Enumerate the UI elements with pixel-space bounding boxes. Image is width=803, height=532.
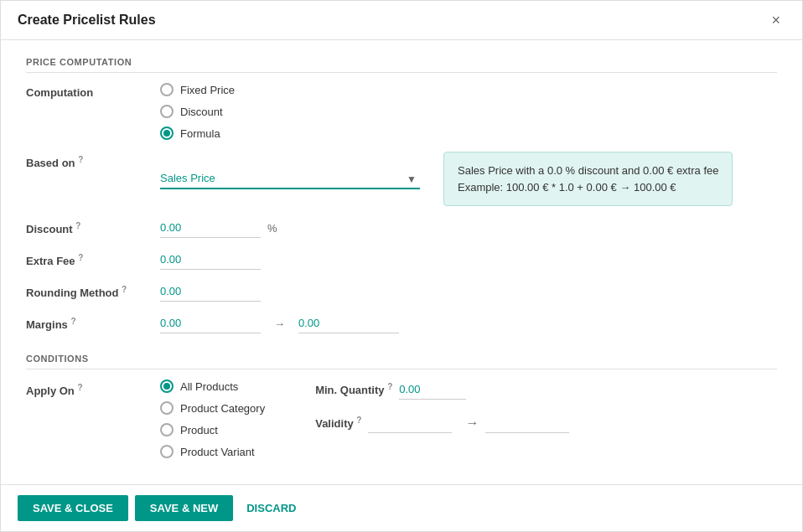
- rounding-method-group: Rounding Method ?: [26, 281, 777, 302]
- close-button[interactable]: ×: [766, 11, 785, 29]
- margins-arrow-icon: →: [274, 318, 285, 330]
- margins-label: Margins ?: [26, 313, 160, 331]
- create-pricelist-dialog: Create Pricelist Rules × PRICE COMPUTATI…: [0, 0, 803, 532]
- radio-product-category-input[interactable]: [160, 401, 174, 415]
- based-on-label: Based on ?: [26, 152, 160, 169]
- info-line-2: Example: 100.00 € * 1.0 + 0.00 € → 100.0…: [458, 179, 718, 196]
- save-new-button[interactable]: SAVE & NEW: [135, 495, 233, 521]
- save-close-button[interactable]: SAVE & CLOSE: [18, 495, 128, 521]
- discount-input[interactable]: [160, 218, 261, 238]
- radio-discount-label: Discount: [180, 106, 223, 118]
- min-qty-input[interactable]: [399, 380, 466, 400]
- discount-label: Discount ?: [26, 218, 160, 235]
- min-qty-validity-section: Min. Quantity ? Validity ? →: [315, 380, 569, 433]
- min-qty-row: Min. Quantity ?: [315, 380, 569, 400]
- discount-group: Discount ? %: [26, 218, 777, 238]
- margins-from-input[interactable]: [160, 313, 261, 333]
- radio-formula-label: Formula: [180, 127, 220, 140]
- discount-control: %: [160, 218, 777, 238]
- dialog-footer: SAVE & CLOSE SAVE & NEW DISCARD: [1, 484, 802, 531]
- dialog-header: Create Pricelist Rules ×: [1, 1, 802, 40]
- radio-fixed-price-input[interactable]: [160, 83, 174, 96]
- radio-all-products-label: All Products: [180, 380, 238, 393]
- info-line-1: Sales Price with a 0.0 % discount and 0.…: [458, 163, 718, 179]
- apply-on-control: All Products Product Category Product: [160, 380, 777, 458]
- based-on-control: Sales Price Other Pricelist Cost ▼ Sales…: [160, 152, 777, 206]
- validity-tooltip: ?: [356, 416, 361, 425]
- radio-discount-input[interactable]: [160, 105, 174, 118]
- margins-control: →: [160, 313, 777, 333]
- radio-product-variant-input[interactable]: [160, 445, 174, 458]
- based-on-group: Based on ? Sales Price Other Pricelist C…: [26, 152, 777, 206]
- validity-from-input[interactable]: [368, 413, 452, 433]
- apply-on-group: Apply On ? All Products Product Category: [26, 380, 777, 458]
- validity-to-input[interactable]: [485, 413, 569, 433]
- radio-product-category[interactable]: Product Category: [160, 401, 265, 415]
- radio-product-input[interactable]: [160, 423, 174, 436]
- extra-fee-group: Extra Fee ?: [26, 250, 777, 270]
- based-on-select[interactable]: Sales Price Other Pricelist Cost: [160, 168, 420, 189]
- radio-all-products-input[interactable]: [160, 380, 174, 393]
- validity-row: Validity ? →: [315, 413, 569, 433]
- computation-radio-group: Fixed Price Discount Formula: [160, 83, 235, 140]
- price-computation-section: PRICE COMPUTATION Computation Fixed Pric…: [26, 57, 777, 333]
- validity-label: Validity ?: [315, 416, 361, 430]
- dialog-title: Create Pricelist Rules: [18, 13, 156, 28]
- radio-discount[interactable]: Discount: [160, 105, 235, 118]
- apply-on-tooltip: ?: [77, 383, 82, 392]
- radio-product-category-label: Product Category: [180, 402, 265, 415]
- radio-product-label: Product: [180, 424, 218, 436]
- extra-fee-control: [160, 250, 777, 270]
- computation-group: Computation Fixed Price Discount: [26, 83, 777, 140]
- formula-info-box: Sales Price with a 0.0 % discount and 0.…: [443, 152, 733, 206]
- conditions-label: CONDITIONS: [26, 354, 777, 369]
- apply-on-main: All Products Product Category Product: [160, 380, 569, 458]
- extra-fee-input[interactable]: [160, 250, 261, 270]
- margins-group: Margins ? →: [26, 313, 777, 333]
- validity-arrow-icon: →: [465, 416, 479, 431]
- dialog-body: PRICE COMPUTATION Computation Fixed Pric…: [1, 40, 802, 484]
- radio-fixed-price[interactable]: Fixed Price: [160, 83, 235, 96]
- radio-formula-input[interactable]: [160, 127, 174, 140]
- radio-product-variant-label: Product Variant: [180, 446, 255, 458]
- min-qty-label: Min. Quantity ?: [315, 382, 392, 396]
- discard-button[interactable]: DISCARD: [240, 495, 303, 521]
- rounding-tooltip: ?: [122, 285, 127, 294]
- radio-product[interactable]: Product: [160, 423, 265, 436]
- margins-tooltip: ?: [70, 317, 75, 326]
- conditions-section: CONDITIONS Apply On ? All Products: [26, 354, 777, 458]
- margins-to-input[interactable]: [298, 313, 399, 333]
- price-computation-label: PRICE COMPUTATION: [26, 57, 777, 73]
- computation-label: Computation: [26, 83, 160, 99]
- apply-on-label: Apply On ?: [26, 380, 160, 397]
- radio-formula[interactable]: Formula: [160, 127, 235, 140]
- extra-fee-label: Extra Fee ?: [26, 250, 160, 267]
- rounding-input[interactable]: [160, 281, 261, 302]
- radio-fixed-price-label: Fixed Price: [180, 84, 235, 96]
- discount-tooltip: ?: [75, 221, 80, 230]
- discount-suffix: %: [267, 222, 277, 235]
- computation-options: Fixed Price Discount Formula: [160, 83, 777, 140]
- radio-all-products[interactable]: All Products: [160, 380, 265, 393]
- radio-product-variant[interactable]: Product Variant: [160, 445, 265, 458]
- extra-fee-tooltip: ?: [78, 253, 83, 262]
- min-qty-tooltip: ?: [387, 382, 392, 391]
- apply-on-radios: All Products Product Category Product: [160, 380, 265, 458]
- based-on-select-wrapper: Sales Price Other Pricelist Cost ▼: [160, 168, 420, 189]
- rounding-method-label: Rounding Method ?: [26, 281, 160, 299]
- based-on-tooltip: ?: [78, 155, 83, 164]
- rounding-control: [160, 281, 777, 302]
